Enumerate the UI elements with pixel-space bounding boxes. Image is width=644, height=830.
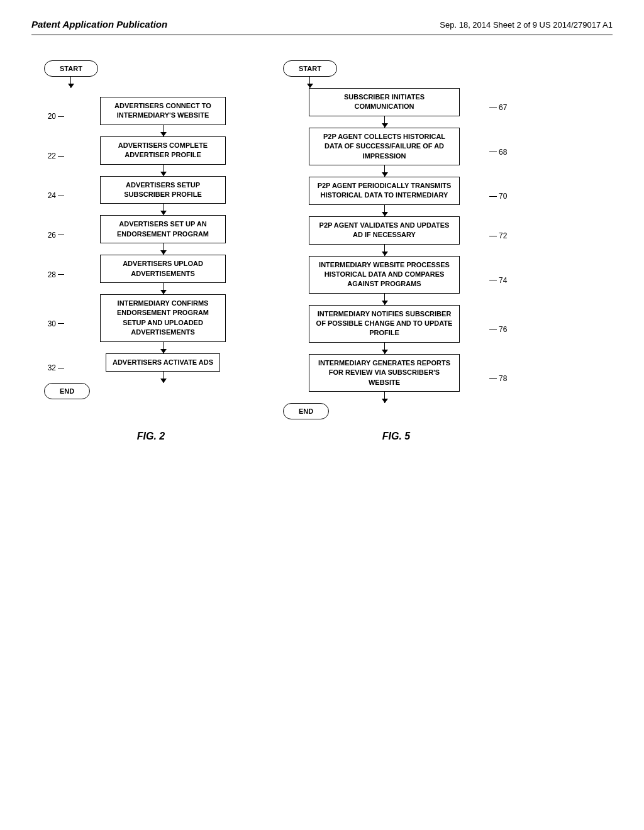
fig5-label-72: 72 (486, 231, 509, 240)
fig5-label-67: 67 (486, 103, 509, 112)
fig5-label-78: 78 (486, 374, 509, 383)
fig2-step-20: 20 ADVERTISERS CONNECT TO INTERMEDIARY'S… (44, 97, 258, 136)
fig5-diagram: START SUBSCRIBER INITIATES COMMUNICATION… (283, 60, 509, 442)
fig5-arrow-1 (384, 116, 385, 128)
fig2-start-wrapper: START (44, 60, 98, 97)
fig2-box-30: INTERMEDIARY CONFIRMS ENDORSEMENT PROGRA… (100, 294, 226, 342)
fig2-box-20: ADVERTISERS CONNECT TO INTERMEDIARY'S WE… (100, 97, 226, 125)
fig5-box-67: SUBSCRIBER INITIATES COMMUNICATION (309, 88, 460, 116)
fig2-label-24: 24 (44, 191, 68, 200)
fig2-step-32: 32 ADVERTISERS ACTIVATE ADS (44, 353, 258, 383)
fig2-arrow-6 (163, 342, 164, 353)
fig5-label-74: 74 (486, 276, 509, 285)
fig2-box-26: ADVERTISERS SET UP AN ENDORSEMENT PROGRA… (100, 215, 226, 243)
fig5-step-67: SUBSCRIBER INITIATES COMMUNICATION 67 (283, 88, 509, 128)
fig2-box-22: ADVERTISERS COMPLETE ADVERTISER PROFILE (100, 136, 226, 165)
fig5-start-oval: START (283, 60, 337, 77)
fig2-arrow-2 (163, 165, 164, 176)
fig5-arrow-7 (384, 392, 385, 403)
fig2-arrow-1 (163, 125, 164, 136)
fig2-arrow-4 (163, 243, 164, 255)
fig2-step-30: 30 INTERMEDIARY CONFIRMS ENDORSEMENT PRO… (44, 294, 258, 353)
header-right: Sep. 18, 2014 Sheet 2 of 9 US 2014/27901… (440, 20, 613, 30)
fig2-label-26: 26 (44, 231, 68, 240)
fig2-label: FIG. 2 (44, 431, 258, 442)
fig5-step-74: INTERMEDIARY WEBSITE PROCESSES HISTORICA… (283, 256, 509, 305)
fig5-arrow-5 (384, 294, 385, 305)
fig2-step-26: 26 ADVERTISERS SET UP AN ENDORSEMENT PRO… (44, 215, 258, 255)
fig2-arrow-7 (163, 372, 164, 383)
fig2-arrow-3 (163, 204, 164, 215)
fig5-label-68: 68 (486, 148, 509, 157)
fig2-step-22: 22 ADVERTISERS COMPLETE ADVERTISER PROFI… (44, 136, 258, 176)
fig2-end-wrapper: END (44, 383, 90, 419)
fig5-step-70: P2P AGENT PERIODICALLY TRANSMITS HISTORI… (283, 177, 509, 216)
fig5-arrow-2 (384, 165, 385, 177)
fig5-arrow-4 (384, 245, 385, 256)
fig5-arrow-6 (384, 343, 385, 354)
page: Patent Application Publication Sep. 18, … (0, 0, 644, 830)
fig2-label-32: 32 (44, 363, 68, 372)
fig5-step-76: INTERMEDIARY NOTIFIES SUBSCRIBER OF POSS… (283, 305, 509, 354)
fig5-step-78: INTERMEDIARY GENERATES REPORTS FOR REVIE… (283, 354, 509, 403)
header-left: Patent Application Publication (31, 19, 167, 30)
fig5-label-76: 76 (486, 325, 509, 334)
fig5-end-oval: END (283, 403, 329, 419)
fig5-label: FIG. 5 (283, 431, 509, 442)
fig5-box-76: INTERMEDIARY NOTIFIES SUBSCRIBER OF POSS… (309, 305, 460, 343)
fig5-start-wrapper: START (283, 60, 337, 88)
fig2-diagram: START 20 ADVERTISERS CONNECT TO INTERMED… (44, 60, 258, 442)
fig5-box-70: P2P AGENT PERIODICALLY TRANSMITS HISTORI… (309, 177, 460, 205)
fig5-arrow-3 (384, 205, 385, 216)
fig2-arrow-5 (163, 283, 164, 294)
fig5-box-68: P2P AGENT COLLECTS HISTORICAL DATA OF SU… (309, 128, 460, 165)
fig2-label-20: 20 (44, 112, 68, 121)
fig2-label-30: 30 (44, 319, 68, 328)
fig2-box-24: ADVERTISERS SETUP SUBSCRIBER PROFILE (100, 176, 226, 204)
fig2-arrow-0 (70, 77, 71, 88)
fig5-box-72: P2P AGENT VALIDATES AND UPDATES AD IF NE… (309, 216, 460, 245)
fig2-label-22: 22 (44, 152, 68, 160)
fig2-end-oval: END (44, 383, 90, 399)
diagrams-container: START 20 ADVERTISERS CONNECT TO INTERMED… (31, 60, 613, 442)
fig5-end-wrapper: END (283, 403, 329, 419)
fig2-box-28: ADVERTISERS UPLOAD ADVERTISEMENTS (100, 255, 226, 283)
fig2-step-24: 24 ADVERTISERS SETUP SUBSCRIBER PROFILE (44, 176, 258, 216)
fig5-arrow-0 (309, 77, 310, 88)
header: Patent Application Publication Sep. 18, … (31, 19, 613, 35)
fig5-step-68: P2P AGENT COLLECTS HISTORICAL DATA OF SU… (283, 128, 509, 177)
fig2-box-32: ADVERTISERS ACTIVATE ADS (106, 353, 220, 372)
fig5-box-78: INTERMEDIARY GENERATES REPORTS FOR REVIE… (309, 354, 460, 392)
fig2-start-oval: START (44, 60, 98, 77)
fig5-step-72: P2P AGENT VALIDATES AND UPDATES AD IF NE… (283, 216, 509, 256)
fig2-step-28: 28 ADVERTISERS UPLOAD ADVERTISEMENTS (44, 255, 258, 294)
fig5-box-74: INTERMEDIARY WEBSITE PROCESSES HISTORICA… (309, 256, 460, 294)
fig2-label-28: 28 (44, 270, 68, 279)
fig5-label-70: 70 (486, 192, 509, 201)
